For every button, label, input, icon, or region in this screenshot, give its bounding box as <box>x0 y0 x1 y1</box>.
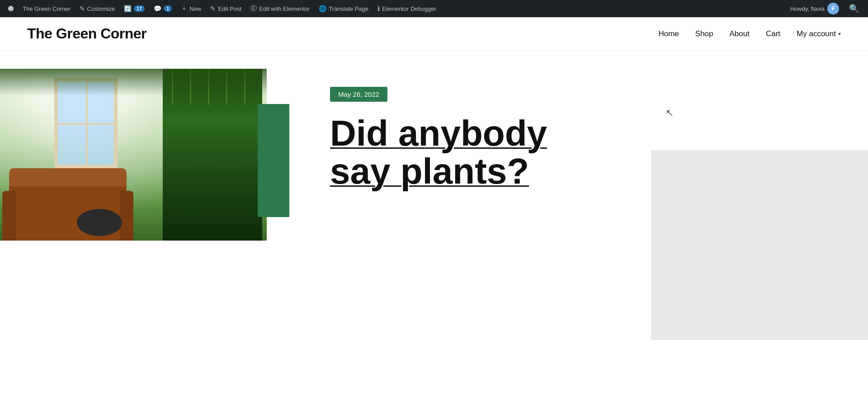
edit-post-label: Edit Post <box>218 5 241 12</box>
site-title[interactable]: The Green Corner <box>27 25 146 42</box>
main-content: May 26, 2022 Did anybody say plants? ↖ <box>0 51 868 340</box>
customize-link[interactable]: ✎ Customize <box>76 0 118 17</box>
howdy-label: Howdy, flavia <box>790 5 825 12</box>
date-badge: May 26, 2022 <box>330 87 387 102</box>
customize-icon: ✎ <box>80 5 85 12</box>
debugger-label: Elementor Debugger <box>382 5 436 12</box>
nav-home[interactable]: Home <box>658 29 679 38</box>
elementor-icon: Ⓔ <box>250 5 257 13</box>
wp-logo[interactable] <box>5 2 17 15</box>
my-account-label: My account <box>797 29 836 38</box>
edit-elementor-label: Edit with Elementor <box>259 5 310 12</box>
nav-my-account[interactable]: My account ▾ <box>797 29 841 38</box>
avatar: F <box>827 3 839 14</box>
translate-icon: 🌐 <box>319 5 326 12</box>
updates-link[interactable]: 🔄 17 <box>120 0 148 17</box>
info-icon: ℹ <box>377 5 380 12</box>
hero-image-inner <box>0 69 267 241</box>
debugger-link[interactable]: ℹ Elementor Debugger <box>374 0 440 17</box>
coffee-table <box>77 209 122 236</box>
search-button[interactable]: 🔍 <box>844 0 863 17</box>
comments-badge: 1 <box>164 5 172 12</box>
plant-ceiling-strip <box>0 69 267 96</box>
site-name-text: The Green Corner <box>23 5 71 12</box>
site-header: The Green Corner Home Shop About Cart My… <box>0 17 868 51</box>
chevron-down-icon: ▾ <box>838 31 841 37</box>
plus-icon: ＋ <box>181 5 187 13</box>
howdy-section[interactable]: Howdy, flavia F <box>787 3 843 14</box>
comments-icon: 💬 <box>154 5 161 12</box>
hero-image <box>0 69 267 241</box>
green-accent-rect <box>258 104 289 217</box>
translate-label: Translate Page <box>329 5 368 12</box>
main-nav: Home Shop About Cart My account ▾ <box>658 29 841 38</box>
edit-icon: ✎ <box>210 5 216 12</box>
admin-bar: The Green Corner ✎ Customize 🔄 17 💬 1 ＋ … <box>0 0 868 17</box>
updates-icon: 🔄 <box>124 5 132 12</box>
post-title[interactable]: Did anybody say plants? <box>330 114 574 190</box>
comments-link[interactable]: 💬 1 <box>150 0 175 17</box>
post-title-line1: Did anybody <box>330 113 547 153</box>
updates-badge: 17 <box>134 5 145 12</box>
edit-elementor-link[interactable]: Ⓔ Edit with Elementor <box>247 0 313 17</box>
admin-bar-right: Howdy, flavia F 🔍 <box>787 0 863 17</box>
customize-label: Customize <box>87 5 115 12</box>
nav-about[interactable]: About <box>730 29 750 38</box>
sofa-armrest-left <box>2 191 16 241</box>
new-link[interactable]: ＋ New <box>177 0 205 17</box>
edit-post-link[interactable]: ✎ Edit Post <box>207 0 245 17</box>
translate-link[interactable]: 🌐 Translate Page <box>315 0 372 17</box>
post-title-line2: say plants? <box>330 151 529 191</box>
content-right: May 26, 2022 Did anybody say plants? <box>294 51 868 340</box>
nav-cart[interactable]: Cart <box>766 29 780 38</box>
nav-shop[interactable]: Shop <box>695 29 713 38</box>
sofa-armrest-right <box>120 191 133 241</box>
site-name-link[interactable]: The Green Corner <box>19 0 74 17</box>
new-label: New <box>189 5 201 12</box>
